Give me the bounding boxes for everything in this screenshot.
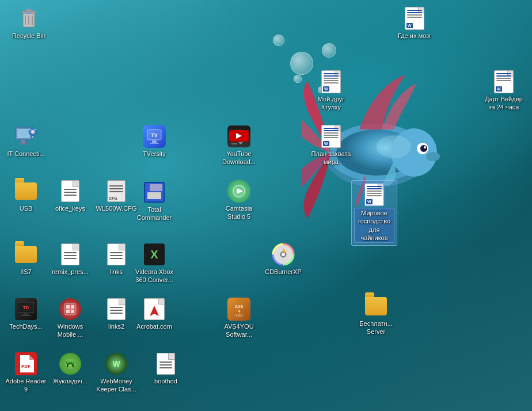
acrobat-com-image [143, 298, 166, 321]
svg-point-39 [67, 361, 69, 363]
videora-label: Videora Xbox 360 Conver... [134, 268, 175, 284]
remix-pres-label: remix_pres... [52, 268, 89, 276]
total-commander-image [143, 181, 166, 204]
avs4you-label: AVS4YOU Softwar... [218, 322, 260, 339]
boothdd-label: boothdd [154, 377, 177, 385]
acrobat-com-icon[interactable]: Acrobat.com [131, 295, 177, 333]
svg-point-40 [72, 361, 74, 363]
links-label: links [110, 268, 123, 276]
remix-pres-icon[interactable]: remix_pres... [47, 241, 93, 278]
iis7-image [14, 243, 37, 266]
adobe-reader-image: PDF [14, 352, 37, 375]
svg-text:TV: TV [151, 132, 158, 138]
techdays-icon[interactable]: TD TechDays... [3, 295, 49, 333]
mirovoe-image: W [363, 183, 386, 206]
usb-label: USB [20, 204, 33, 212]
recycle-bin-icon[interactable]: Recycle Bin [6, 5, 52, 42]
gde-ih-mozg-icon[interactable]: W Где их мозг [392, 5, 438, 42]
links-image [105, 243, 128, 266]
svg-marker-51 [237, 188, 243, 194]
svg-text:4: 4 [238, 309, 241, 314]
zhukla-icon[interactable]: Жукладоч... [47, 350, 93, 387]
svg-text:AVS: AVS [235, 305, 243, 309]
svg-rect-32 [71, 305, 74, 309]
windows-mobile-icon[interactable]: Windows Mobile ... [47, 295, 93, 341]
besplatn-label: Бесплатн... Server [355, 319, 397, 336]
links2-label: links2 [108, 322, 124, 330]
svg-text:PDF: PDF [21, 364, 31, 369]
office-keys-label: ofice_keys [55, 204, 85, 212]
techdays-label: TechDays... [9, 322, 42, 330]
svg-marker-49 [238, 142, 243, 144]
it-connect-image [14, 125, 37, 148]
boothdd-icon[interactable]: boothdd [143, 350, 189, 387]
dart-veider-icon[interactable]: W Дарт Вейдер за 24 часа [481, 68, 527, 114]
svg-text:W: W [112, 359, 120, 368]
svg-rect-17 [17, 129, 30, 138]
besplatn-image [364, 295, 387, 318]
tversity-icon[interactable]: TV TVersity [131, 123, 177, 160]
windows-mobile-label: Windows Mobile ... [50, 322, 91, 339]
svg-rect-18 [21, 140, 25, 143]
svg-rect-19 [19, 143, 27, 144]
windows-mobile-image [59, 298, 82, 321]
wl500w-image: CFG [105, 180, 128, 203]
links2-image [105, 298, 128, 321]
svg-rect-29 [21, 315, 31, 316]
mirovoe-icon[interactable]: W Мировое господство для чайников [351, 180, 397, 246]
svg-text:YOU: YOU [235, 314, 242, 317]
camtasia-image [227, 180, 250, 203]
svg-rect-33 [66, 310, 70, 313]
svg-point-21 [31, 130, 35, 134]
svg-rect-34 [71, 310, 74, 313]
svg-rect-44 [152, 140, 157, 143]
mirovoe-label: Мировое господство для чайников [354, 208, 394, 243]
gde-ih-mozg-label: Где их мозг [398, 32, 431, 40]
iis7-label: IIS7 [20, 268, 32, 276]
cdburner-image [272, 243, 295, 266]
boothdd-image [154, 352, 177, 375]
dart-veider-image: W [492, 70, 515, 93]
total-commander-icon[interactable]: Total Commander [131, 178, 177, 224]
besplatn-icon[interactable]: Бесплатн... Server [353, 292, 399, 338]
camtasia-icon[interactable]: Camtasia Studio 5 [216, 177, 262, 223]
webmoney-icon[interactable]: W WebMoney Keeper Clas... [93, 350, 139, 396]
youtube-label: YouTube Download... [218, 150, 260, 166]
adobe-reader-icon[interactable]: PDF Adobe Reader 9 [3, 350, 49, 396]
usb-icon[interactable]: USB [3, 177, 49, 215]
svg-text:TD: TD [23, 305, 29, 310]
moy-drug-label: Мой друг Ктулху [310, 95, 352, 112]
plan-zahvata-icon[interactable]: W План захвата мира [308, 123, 354, 169]
usb-image [14, 180, 37, 203]
moy-drug-icon[interactable]: W Мой друг Ктулху [308, 68, 354, 114]
wl500w-label: WL500W.CFG [96, 204, 137, 212]
dart-veider-label: Дарт Вейдер за 24 часа [483, 95, 525, 112]
recycle-bin-image [17, 7, 40, 30]
remix-pres-image [59, 243, 82, 266]
avs4you-image: AVS 4 YOU [227, 298, 250, 321]
zhukla-label: Жукладоч... [53, 377, 88, 385]
videora-icon[interactable]: Videora Xbox 360 Conver... [131, 241, 177, 287]
youtube-icon[interactable]: YouTube Download... [216, 123, 262, 169]
cdburner-icon[interactable]: CDBurnerXP [260, 241, 306, 278]
svg-point-54 [282, 253, 285, 256]
recycle-bin-label: Recycle Bin [12, 32, 45, 40]
moy-drug-image: W [320, 70, 343, 93]
it-connect-label: IT Connecti... [7, 150, 44, 158]
office-keys-image [59, 180, 82, 203]
plan-zahvata-image: W [320, 125, 343, 148]
iis7-icon[interactable]: IIS7 [3, 241, 49, 278]
it-connect-icon[interactable]: IT Connecti... [3, 123, 49, 160]
svg-rect-31 [66, 305, 70, 309]
tversity-label: TVersity [143, 150, 166, 158]
videora-image [143, 243, 166, 266]
total-commander-label: Total Commander [134, 205, 175, 222]
tversity-image: TV [143, 125, 166, 148]
cdburner-label: CDBurnerXP [265, 268, 302, 276]
svg-rect-45 [150, 143, 159, 144]
office-keys-icon[interactable]: ofice_keys [47, 177, 93, 215]
zhukla-image [59, 352, 82, 375]
gde-ih-mozg-image: W [403, 7, 426, 30]
avs4you-icon[interactable]: AVS 4 YOU AVS4YOU Softwar... [216, 295, 262, 341]
youtube-image [227, 125, 250, 148]
